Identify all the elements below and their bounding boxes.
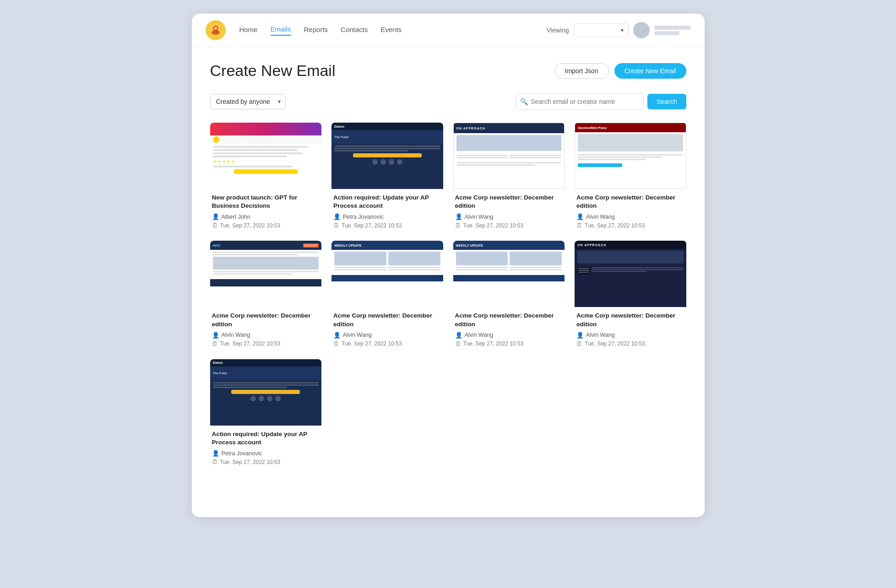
email-title: Acme Corp newsletter: December edition [212, 312, 320, 328]
email-info: Action required: Update your AP Process … [331, 189, 443, 231]
filter-select-wrapper: Created by anyone Created by me ▼ [210, 94, 286, 109]
email-info: Acme Corp newsletter: December edition 👤… [453, 189, 565, 231]
header-actions: Import Json Create New Email [554, 63, 686, 79]
user-name-bar [654, 26, 691, 30]
date-value: Tue. Sep 27, 2022 10:53 [585, 222, 645, 229]
nav-right: Viewing ▼ [547, 22, 691, 38]
author-name: Petra Jovanovic [222, 450, 262, 457]
email-title: Acme Corp newsletter: December edition [455, 194, 563, 210]
author-name: Alvin Wang [586, 214, 615, 220]
calendar-icon: 🗓 [576, 340, 582, 347]
search-input-wrapper: 🔍 [516, 93, 644, 110]
calendar-icon: 🗓 [455, 222, 461, 229]
user-info [654, 26, 691, 35]
email-author: 👤 Alvin Wang [576, 332, 684, 339]
date-value: Tue. Sep 27, 2022 10:53 [585, 340, 645, 347]
nav-reports[interactable]: Reports [304, 26, 328, 35]
page-title: Create New Email [210, 62, 336, 80]
calendar-icon: 🗓 [455, 340, 461, 347]
nav-links: Home Emails Reports Contacts Events [239, 25, 533, 36]
nav-contacts[interactable]: Contacts [341, 26, 368, 35]
user-icon: 👤 [576, 332, 584, 339]
email-title: Acme Corp newsletter: December edition [576, 312, 684, 328]
email-card[interactable]: WEEKLY UPDATE Acme Corp newsletter: Dece… [331, 241, 443, 349]
email-title: Acme Corp newsletter: December edition [455, 312, 563, 328]
email-thumbnail: WEEKLY UPDATE [453, 241, 565, 307]
nav-emails[interactable]: Emails [271, 25, 291, 36]
user-icon: 👤 [333, 332, 341, 339]
create-new-email-button[interactable]: Create New Email [614, 63, 686, 79]
import-json-button[interactable]: Import Json [554, 63, 609, 79]
date-value: Tue. Sep 27, 2022 10:53 [463, 222, 524, 229]
author-name: Alvin Wang [586, 332, 615, 338]
app-logo [206, 20, 226, 40]
email-info: Acme Corp newsletter: December edition 👤… [453, 307, 565, 349]
search-button[interactable]: Search [647, 94, 686, 109]
user-icon: 👤 [455, 332, 462, 339]
date-value: Tue. Sep 27, 2022 10:53 [342, 222, 402, 229]
email-title: Action required: Update your AP Process … [333, 194, 441, 210]
nav-events[interactable]: Events [380, 26, 402, 35]
email-thumbnail: StanfordMed Pulse [575, 123, 686, 189]
filter-bar: Created by anyone Created by me ▼ 🔍 Sear… [192, 89, 705, 118]
email-author: 👤 Petra Jovanovic [212, 450, 320, 457]
email-card[interactable]: ★★★★★ New product launch: GPT for Busine… [210, 123, 322, 231]
email-info: Acme Corp newsletter: December edition 👤… [331, 307, 443, 349]
email-date: 🗓 Tue. Sep 27, 2022 10:53 [576, 340, 684, 347]
date-value: Tue. Sep 27, 2022 10:53 [220, 222, 281, 229]
svg-point-2 [212, 30, 220, 35]
author-name: Petra Jovanovic [343, 214, 384, 220]
date-value: Tue. Sep 27, 2022 10:53 [463, 340, 524, 347]
author-name: Alvin Wang [465, 214, 494, 220]
main-container: Home Emails Reports Contacts Events View… [192, 14, 705, 517]
calendar-icon: 🗓 [212, 340, 218, 347]
email-card[interactable]: ON APPROACH Acme Corp newsletter: Decemb… [575, 241, 686, 349]
email-date: 🗓 Tue. Sep 27, 2022 10:53 [212, 222, 320, 229]
calendar-icon: 🗓 [576, 222, 582, 229]
page-header: Create New Email Import Json Create New … [192, 47, 705, 89]
email-card[interactable]: NRSINSIDER Acme Corp newsletter: Decembe… [210, 241, 322, 349]
email-card[interactable]: StanfordMed Pulse Acme Corp newsletter: … [575, 123, 686, 231]
email-card[interactable]: WEEKLY UPDATE Acme Corp newsletter: Dece… [453, 241, 565, 349]
author-name: Alvin Wang [343, 332, 372, 338]
nav-home[interactable]: Home [239, 26, 258, 35]
author-name: Alvin Wang [465, 332, 494, 338]
user-icon: 👤 [333, 213, 341, 220]
email-card[interactable]: ON APPROACH Acme Corp newsletter: Decemb… [453, 123, 565, 231]
calendar-icon: 🗓 [333, 222, 339, 229]
email-title: New product launch: GPT for Business Dec… [212, 194, 320, 210]
email-thumbnail: Daloo The Pulse [210, 359, 322, 426]
author-name: Albert John [222, 214, 250, 220]
email-author: 👤 Petra Jovanovic [333, 213, 441, 220]
created-by-select[interactable]: Created by anyone Created by me [210, 94, 286, 109]
user-icon: 👤 [455, 213, 462, 220]
avatar [633, 22, 650, 38]
user-role-bar [654, 31, 679, 35]
email-info: Acme Corp newsletter: December edition 👤… [575, 189, 686, 231]
calendar-icon: 🗓 [212, 459, 218, 465]
author-name: Alvin Wang [222, 332, 250, 338]
user-icon: 👤 [212, 450, 219, 457]
email-grid: ★★★★★ New product launch: GPT for Busine… [192, 118, 705, 486]
email-thumbnail: ★★★★★ [210, 123, 322, 189]
email-author: 👤 Alvin Wang [333, 332, 441, 339]
search-icon: 🔍 [520, 98, 528, 105]
email-author: 👤 Alvin Wang [212, 332, 320, 339]
email-title: Action required: Update your AP Process … [212, 430, 320, 447]
email-author: 👤 Alvin Wang [455, 213, 563, 220]
email-date: 🗓 Tue. Sep 27, 2022 10:53 [455, 222, 563, 229]
email-thumbnail: NRSINSIDER [210, 241, 322, 307]
email-card[interactable]: Daloo The Pulse Action required: Update … [210, 359, 322, 467]
email-card[interactable]: Daloo The Pulse Action required: Update … [331, 123, 443, 231]
navbar: Home Emails Reports Contacts Events View… [192, 14, 705, 47]
viewing-select[interactable] [574, 23, 629, 37]
email-date: 🗓 Tue. Sep 27, 2022 10:53 [212, 340, 320, 347]
calendar-icon: 🗓 [212, 222, 218, 229]
email-date: 🗓 Tue. Sep 27, 2022 10:53 [212, 459, 320, 465]
search-input[interactable] [516, 93, 644, 110]
email-thumbnail: ON APPROACH [453, 123, 565, 189]
user-icon: 👤 [576, 213, 584, 220]
email-info: Acme Corp newsletter: December edition 👤… [210, 307, 322, 349]
date-value: Tue. Sep 27, 2022 10:53 [342, 340, 402, 347]
user-icon: 👤 [212, 213, 219, 220]
